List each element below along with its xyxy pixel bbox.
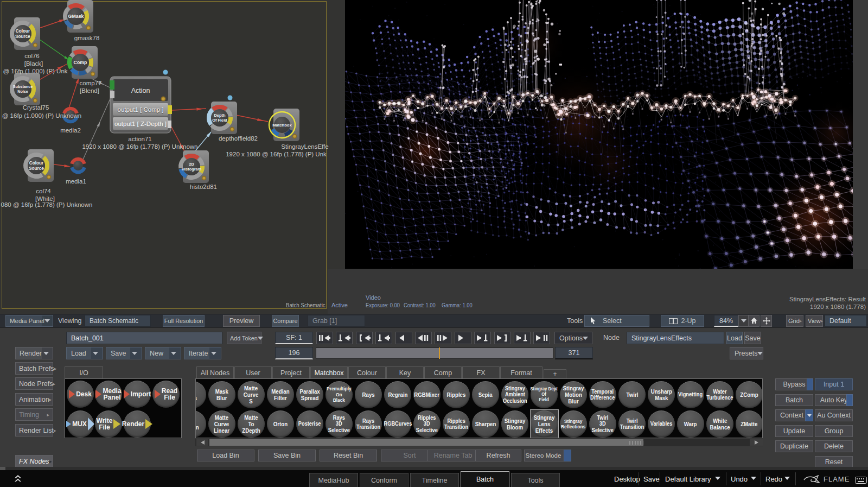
svg-text:comp77: comp77 — [80, 80, 102, 86]
svg-text:Noise: Noise — [17, 89, 28, 94]
svg-text:histo2d81: histo2d81 — [190, 184, 217, 190]
svg-text:media2: media2 — [60, 127, 81, 134]
svg-text:Colour: Colour — [29, 161, 44, 166]
svg-text:gmask78: gmask78 — [74, 35, 100, 41]
svg-text:Colour: Colour — [16, 29, 30, 34]
svg-text:1920 x 1080 @ 16fp (1.778) (P): 1920 x 1080 @ 16fp (1.778) (P) Unknown — [82, 143, 197, 150]
svg-text:[Blend]: [Blend] — [80, 87, 99, 94]
svg-text:Matchbox: Matchbox — [272, 123, 292, 128]
svg-text:Crystal75: Crystal75 — [23, 104, 49, 111]
svg-text:depthoffield82: depthoffield82 — [219, 135, 258, 142]
svg-text:@ 16fp (1.000) (P) Unk: @ 16fp (1.000) (P) Unk — [3, 68, 67, 74]
svg-text:Source: Source — [29, 166, 44, 171]
svg-text:Action: Action — [131, 87, 150, 94]
svg-text:@ 16fp (1.000) (P) Unknown: @ 16fp (1.000) (P) Unknown — [2, 112, 82, 119]
svg-text:output1 [ Z-Depth ]: output1 [ Z-Depth ] — [114, 121, 167, 127]
svg-text:Histogram: Histogram — [182, 167, 202, 172]
svg-text:Comp: Comp — [74, 60, 88, 65]
svg-text:080 @ 16fp (1.778) (P) Unknown: 080 @ 16fp (1.778) (P) Unknown — [1, 201, 93, 208]
svg-text:col76: col76 — [24, 53, 40, 59]
svg-text:StingrayLensEffe: StingrayLensEffe — [281, 143, 328, 150]
svg-text:Of Field: Of Field — [212, 118, 227, 123]
svg-text:media1: media1 — [66, 178, 86, 185]
svg-text:[Black]: [Black] — [24, 60, 43, 67]
svg-text:action71: action71 — [128, 136, 151, 142]
svg-text:1920 x 1080 @ 16fp (1.778) (P): 1920 x 1080 @ 16fp (1.778) (P) Unk — [226, 151, 327, 157]
svg-text:GMask: GMask — [68, 14, 84, 19]
svg-text:Source: Source — [15, 34, 30, 39]
svg-text:col74: col74 — [36, 188, 51, 194]
svg-text:output1 [ Comp ]: output1 [ Comp ] — [117, 106, 163, 113]
